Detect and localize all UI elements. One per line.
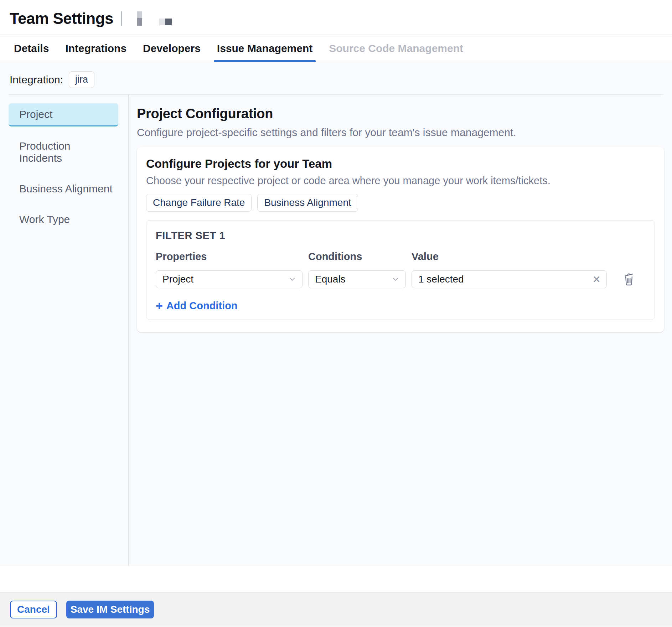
configure-projects-card: Configure Projects for your Team Choose … (137, 147, 664, 332)
redacted-block (165, 19, 172, 25)
tab-issue-management[interactable]: Issue Management (214, 35, 316, 62)
section-heading: Project Configuration (137, 106, 664, 121)
tab-details[interactable]: Details (11, 35, 52, 62)
page-title: Team Settings (10, 10, 113, 27)
tab-integrations[interactable]: Integrations (62, 35, 130, 62)
clear-selection-icon[interactable]: ✕ (593, 274, 601, 285)
delete-filter-button[interactable] (622, 272, 635, 287)
value-selected-count: 1 selected (418, 274, 464, 285)
project-chips: Change Failure Rate Business Alignment (146, 194, 655, 212)
settings-sidebar: Project Production Incidents Business Al… (0, 95, 129, 566)
redacted-block-pair (159, 19, 172, 25)
plus-icon: + (156, 300, 163, 312)
spacer-band (0, 566, 672, 592)
redacted-block (137, 11, 142, 26)
integration-row: Integration: jira (0, 62, 672, 94)
value-column-header: Value (412, 251, 607, 263)
title-row: Team Settings (0, 0, 672, 35)
redacted-block (159, 19, 165, 25)
sidebar-item-project[interactable]: Project (9, 103, 118, 126)
conditions-column-header: Conditions (308, 251, 406, 263)
card-subtitle: Choose your respective project or code a… (146, 175, 655, 187)
conditions-select-value: Equals (315, 274, 346, 285)
save-im-settings-button[interactable]: Save IM Settings (66, 601, 154, 618)
filter-set: FILTER SET 1 Properties Project (146, 220, 655, 320)
filter-row: Properties Project Conditions (156, 251, 645, 288)
main-panel: Project Configuration Configure project-… (129, 95, 672, 566)
footer-action-bar: Cancel Save IM Settings (0, 592, 672, 627)
chip-business-alignment[interactable]: Business Alignment (257, 194, 358, 212)
integration-label: Integration: (10, 74, 63, 86)
filter-set-title: FILTER SET 1 (156, 230, 645, 242)
value-multiselect[interactable]: 1 selected ✕ (412, 270, 607, 288)
content-area: Integration: jira Project Production Inc… (0, 62, 672, 566)
integration-value-chip: jira (69, 71, 94, 88)
section-subheading: Configure project-specific settings and … (137, 126, 664, 139)
page-header: Team Settings Details Integrations Devel… (0, 0, 672, 62)
chip-change-failure-rate[interactable]: Change Failure Rate (146, 194, 252, 212)
tab-developers[interactable]: Developers (140, 35, 204, 62)
tab-bar: Details Integrations Developers Issue Ma… (0, 35, 672, 62)
tab-source-code-management[interactable]: Source Code Management (326, 35, 466, 62)
chevron-down-icon (288, 275, 296, 284)
add-condition-button[interactable]: + Add Condition (156, 300, 238, 312)
chevron-down-icon (391, 275, 400, 284)
conditions-select[interactable]: Equals (308, 270, 406, 288)
trash-icon (622, 272, 635, 287)
sidebar-item-work-type[interactable]: Work Type (9, 208, 118, 230)
properties-select-value: Project (162, 274, 193, 285)
add-condition-label: Add Condition (166, 300, 238, 312)
properties-select[interactable]: Project (156, 270, 303, 288)
sidebar-item-business-alignment[interactable]: Business Alignment (9, 178, 118, 200)
sidebar-item-production-incidents[interactable]: Production Incidents (9, 135, 118, 169)
cancel-button[interactable]: Cancel (10, 601, 57, 618)
title-separator (121, 11, 122, 26)
card-title: Configure Projects for your Team (146, 157, 655, 171)
properties-column-header: Properties (156, 251, 303, 263)
